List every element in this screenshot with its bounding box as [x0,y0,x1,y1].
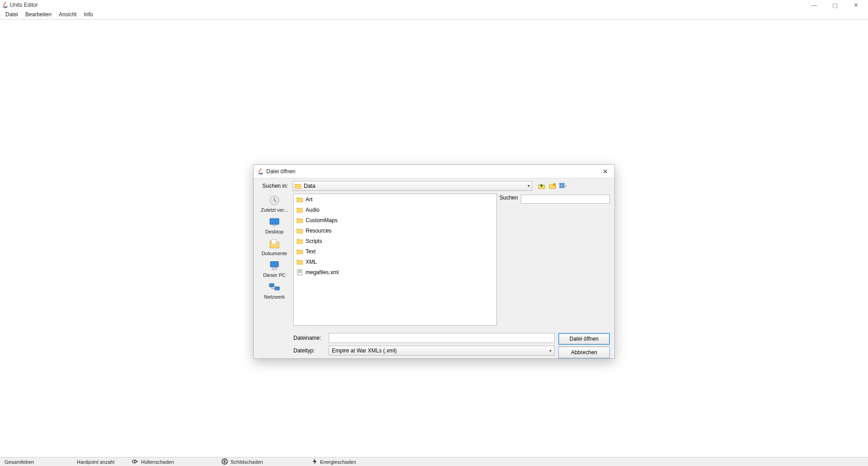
shield-damage-icon [222,458,228,466]
open-file-dialog: Datei öffnen ✕ Suchen in: Data ▾ [253,164,615,359]
network-icon [267,281,282,293]
svg-rect-7 [273,225,276,226]
file-name: Audio [306,207,320,213]
place-desktop[interactable]: Desktop [259,216,290,234]
recent-icon [267,195,282,206]
folder-item[interactable]: Audio [294,204,496,215]
svg-rect-3 [560,186,561,188]
status-total-life: Gesamtleben [5,459,34,465]
place-label: Dieser PC [263,272,286,278]
dialog-title: Datei öffnen [266,168,296,175]
svg-rect-1 [560,183,561,185]
folder-item[interactable]: CustomMaps [294,215,496,225]
up-folder-button[interactable] [537,181,547,191]
place-recent[interactable]: Zuletzt ver... [259,195,290,213]
places-bar: Zuletzt ver... Desktop Dokumente Dieser … [258,194,291,329]
look-in-combo[interactable]: Data ▾ [292,181,532,191]
filetype-label: Dateityp: [293,347,326,354]
status-shield-damage: Schildschaden [231,459,263,465]
file-item[interactable]: megafiles.xml [294,267,496,277]
filename-label: Dateiname: [293,335,326,341]
folder-icon [295,183,301,189]
filetype-value: Empire at War XMLs (.xml) [332,347,397,354]
status-hull-damage: Hüllenschaden [141,459,174,465]
chevron-down-icon: ▾ [549,348,552,353]
open-button[interactable]: Datei öffnen [558,333,610,345]
dialog-titlebar: Datei öffnen ✕ [254,165,614,178]
filename-input[interactable] [329,333,555,343]
java-icon [257,168,264,175]
place-label: Netzwerk [264,294,285,300]
status-hardpoint-count: Hardpoint anzahl [77,459,114,465]
folder-icon [297,197,303,202]
file-name: XML [306,259,317,265]
place-label: Desktop [265,229,283,234]
folder-item[interactable]: Text [294,246,496,257]
window-minimize-button[interactable]: — [804,2,825,9]
menu-bearbeiten[interactable]: Bearbeiten [22,10,55,19]
svg-rect-15 [298,271,301,272]
folder-icon [297,228,303,233]
menu-datei[interactable]: Datei [2,10,22,19]
menu-ansicht[interactable]: Ansicht [55,10,80,19]
place-label: Dokumente [262,251,287,256]
folder-item[interactable]: Art [294,194,496,204]
folder-icon [297,218,303,223]
status-energy-damage: Energieschaden [320,459,356,465]
desktop-icon [267,216,282,228]
folder-icon [297,249,303,254]
file-name: megafiles.xml [306,269,339,276]
documents-icon [267,238,282,250]
window-maximize-button[interactable]: ▢ [825,2,845,9]
window-titlebar: Units Editor — ▢ ✕ [0,0,868,10]
hull-damage-icon [131,458,138,466]
folder-icon [297,238,303,244]
svg-rect-9 [270,262,278,267]
chevron-down-icon: ▾ [528,183,530,188]
folder-item[interactable]: Resources [294,225,496,236]
place-thispc[interactable]: Dieser PC [259,260,290,278]
new-folder-button[interactable] [547,181,557,191]
folder-icon [297,259,303,265]
place-documents[interactable]: Dokumente [259,238,290,256]
java-icon [2,2,8,8]
file-name: Resources [306,228,331,234]
search-input[interactable] [521,195,610,204]
content-area: Datei öffnen ✕ Suchen in: Data ▾ [0,19,868,457]
cancel-button[interactable]: Abbrechen [558,347,610,358]
svg-rect-2 [562,183,564,185]
svg-rect-8 [272,239,276,244]
xml-file-icon [297,269,303,276]
menu-info[interactable]: Info [80,10,96,19]
statusbar: Gesamtleben Hardpoint anzahl Hüllenschad… [0,457,868,466]
folder-icon [297,207,303,213]
window-close-button[interactable]: ✕ [845,2,866,9]
dialog-close-button[interactable]: ✕ [600,168,611,175]
search-label: Suchen [500,195,518,201]
file-name: Scripts [306,238,322,244]
file-name: Text [306,248,316,255]
folder-item[interactable]: XML [294,257,496,267]
file-name: Art [306,196,312,203]
place-label: Zuletzt ver... [261,207,288,213]
svg-rect-10 [272,267,277,270]
file-list[interactable]: ArtAudioCustomMapsResourcesScriptsTextXM… [293,194,497,326]
place-network[interactable]: Netzwerk [259,281,290,300]
svg-rect-11 [269,284,274,287]
window-title: Units Editor [10,2,38,8]
view-menu-button[interactable] [558,181,568,191]
svg-rect-14 [298,271,301,271]
thispc-icon [267,260,282,271]
look-in-label: Suchen in: [258,183,290,189]
svg-rect-16 [298,272,301,273]
look-in-value: Data [304,183,315,189]
menubar: Datei Bearbeiten Ansicht Info [0,10,868,19]
svg-rect-6 [270,219,279,224]
energy-damage-icon [312,458,317,466]
svg-rect-4 [562,186,564,188]
filetype-combo[interactable]: Empire at War XMLs (.xml) ▾ [329,346,555,356]
folder-item[interactable]: Scripts [294,236,496,246]
file-name: CustomMaps [306,217,338,223]
